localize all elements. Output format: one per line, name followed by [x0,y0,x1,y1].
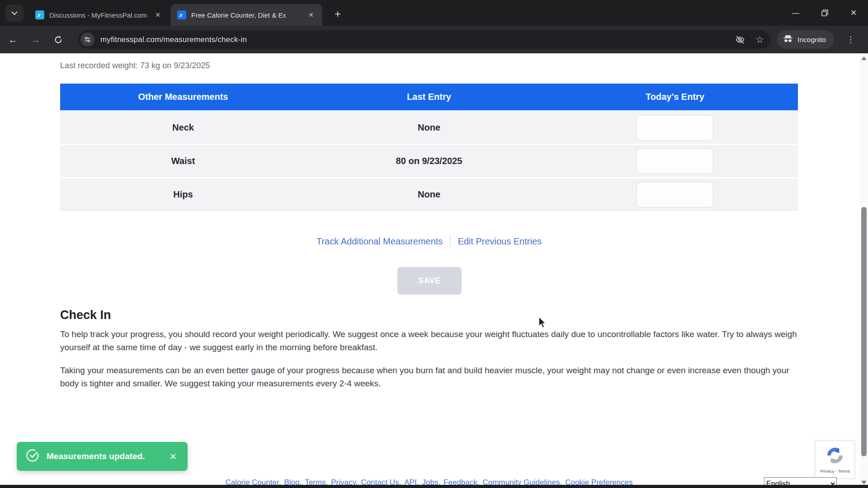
edit-previous-entries-link[interactable]: Edit Previous Entries [458,236,542,247]
last-entry-value: None [306,122,552,133]
tab-title: Free Calorie Counter, Diet & Ex [191,11,302,19]
window-controls: — ✕ [781,0,868,26]
recaptcha-privacy-terms[interactable]: Privacy - Terms [820,469,849,474]
toast-close-icon[interactable]: ✕ [168,450,179,464]
tab-title: Discussions - MyFitnessPal.com [49,11,149,19]
recaptcha-badge[interactable]: Privacy - Terms [815,441,855,479]
checkin-paragraph-1: To help track your progress, you should … [60,328,798,354]
title-bar: 𝘹 Discussions - MyFitnessPal.com ✕ 𝘹 Fre… [0,0,868,26]
forward-button[interactable]: → [26,30,45,49]
table-row-waist: Waist 80 on 9/23/2025 [60,145,798,177]
link-divider [450,235,450,247]
close-window-button[interactable]: ✕ [839,0,868,26]
window-bottom-edge [0,485,868,488]
browser-window: 𝘹 Discussions - MyFitnessPal.com ✕ 𝘹 Fre… [0,0,868,488]
incognito-label: Incognito [797,36,826,44]
minimize-button[interactable]: — [781,0,810,26]
measurement-label: Hips [60,189,306,200]
myfitnesspal-favicon: 𝘹 [35,10,44,19]
url-text: myfitnesspal.com/measurements/check-in [100,35,735,44]
tab-calorie-counter[interactable]: 𝘹 Free Calorie Counter, Diet & Ex ✕ [171,4,322,26]
table-row-hips: Hips None [60,178,798,211]
tab-search-button[interactable] [5,5,24,22]
new-tab-button[interactable]: + [330,6,345,22]
save-button[interactable]: SAVE [397,267,462,295]
page-content: Last recorded weight: 73 kg on 9/23/2025… [0,53,868,488]
last-entry-value: None [306,189,552,200]
last-entry-value: 80 on 9/23/2025 [306,156,552,166]
tab-discussions[interactable]: 𝘹 Discussions - MyFitnessPal.com ✕ [29,4,169,26]
table-header-row: Other Measurements Last Entry Today's En… [60,84,798,110]
hips-entry-input[interactable] [637,182,713,207]
column-header-todays-entry: Today's Entry [552,92,798,102]
column-header-other-measurements: Other Measurements [60,92,306,102]
back-button[interactable]: ← [4,30,23,49]
close-tab-icon[interactable]: ✕ [153,10,163,20]
scrollbar-up-arrow-icon[interactable] [861,56,867,60]
neck-entry-input[interactable] [637,115,713,141]
checkin-heading: Check In [60,308,111,322]
site-settings-icon[interactable] [80,33,94,47]
checkin-paragraph-2: Taking your measurements can be an even … [60,364,798,390]
measurement-label: Waist [60,156,306,166]
table-row-neck: Neck None [60,112,798,144]
incognito-badge: Incognito [777,30,834,49]
measurement-links-row: Track Additional Measurements Edit Previ… [60,235,798,247]
bookmark-star-icon[interactable]: ☆ [755,35,764,44]
scrollbar-thumb[interactable] [861,207,867,456]
column-header-last-entry: Last Entry [306,92,552,102]
incognito-icon [783,35,793,45]
track-additional-measurements-link[interactable]: Track Additional Measurements [316,236,443,247]
close-tab-icon[interactable]: ✕ [306,10,316,20]
recaptcha-logo-icon [826,446,844,467]
eye-off-icon[interactable] [735,35,745,45]
chevron-down-icon [11,9,18,17]
reload-button[interactable] [49,30,68,49]
scrollbar-down-arrow-icon[interactable] [861,481,867,484]
check-circle-icon [26,449,39,464]
browser-toolbar: ← → myfitnesspal.com/measurements/check-… [0,26,868,53]
measurements-table: Other Measurements Last Entry Today's En… [60,84,798,211]
url-bar[interactable]: myfitnesspal.com/measurements/check-in ☆ [78,30,770,49]
waist-entry-input[interactable] [637,148,713,174]
measurement-label: Neck [60,122,306,133]
success-toast: Measurements updated. ✕ [17,442,188,471]
toast-message: Measurements updated. [47,451,168,461]
myfitnesspal-favicon: 𝘹 [177,10,186,19]
last-recorded-weight: Last recorded weight: 73 kg on 9/23/2025 [60,61,210,70]
vertical-scrollbar[interactable] [860,53,868,488]
restore-button[interactable] [810,0,839,26]
browser-menu-icon[interactable]: ⋮ [842,30,860,49]
